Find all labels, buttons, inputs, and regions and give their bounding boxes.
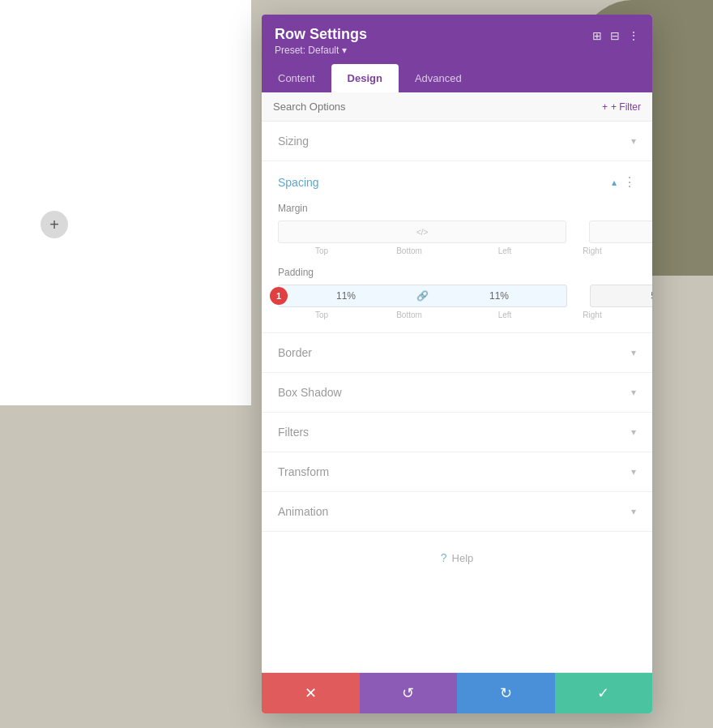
undo-button[interactable]: ↺ bbox=[360, 673, 458, 713]
padding-right-label: Right bbox=[549, 310, 636, 319]
padding-bottom-input[interactable] bbox=[432, 285, 566, 306]
box-shadow-section: Box Shadow ▾ bbox=[262, 373, 652, 413]
spacing-title: Spacing bbox=[278, 176, 319, 189]
padding-bottom-label: Bottom bbox=[365, 310, 453, 319]
margin-bottom-label: Bottom bbox=[365, 246, 453, 255]
animation-section-header[interactable]: Animation ▾ bbox=[262, 492, 652, 531]
margin-left-label: Left bbox=[461, 246, 549, 255]
more-options-icon[interactable]: ⋮ bbox=[628, 29, 639, 42]
save-icon: ✓ bbox=[597, 684, 609, 702]
padding-row-wrapper: 1 🔗 🔗 bbox=[278, 285, 636, 307]
box-shadow-chevron-icon: ▾ bbox=[631, 387, 636, 398]
margin-label: Margin bbox=[278, 203, 636, 214]
sizing-section-header[interactable]: Sizing ▾ bbox=[262, 122, 652, 161]
modal-title: Row Settings bbox=[275, 26, 367, 43]
spacing-section: Spacing ▴ ⋮ Margin </> bbox=[262, 161, 652, 333]
border-title: Border bbox=[278, 346, 312, 359]
border-section: Border ▾ bbox=[262, 333, 652, 373]
modal-body: Sizing ▾ Spacing ▴ ⋮ Margin bbox=[262, 122, 652, 672]
border-chevron-icon: ▾ bbox=[631, 347, 636, 358]
search-input[interactable] bbox=[273, 101, 602, 113]
sizing-section: Sizing ▾ bbox=[262, 122, 652, 161]
split-icon[interactable]: ⊟ bbox=[610, 29, 620, 42]
help-label[interactable]: Help bbox=[452, 552, 474, 564]
redo-button[interactable]: ↻ bbox=[457, 673, 555, 713]
row-settings-modal: Row Settings Preset: Default ▾ ⊞ ⊟ ⋮ Con… bbox=[262, 15, 652, 713]
step-badge: 1 bbox=[270, 287, 288, 305]
tab-advanced[interactable]: Advanced bbox=[399, 64, 478, 92]
filter-button[interactable]: + + Filter bbox=[602, 101, 641, 113]
transform-title: Transform bbox=[278, 465, 329, 478]
modal-header: Row Settings Preset: Default ▾ ⊞ ⊟ ⋮ bbox=[262, 15, 652, 64]
margin-top-input[interactable] bbox=[279, 221, 413, 242]
bg-white-panel bbox=[0, 0, 251, 405]
add-content-button[interactable]: + bbox=[41, 211, 68, 238]
padding-left-right-pair: 🔗 bbox=[590, 285, 652, 307]
plus-icon: + bbox=[49, 216, 59, 234]
sizing-chevron-icon: ▾ bbox=[631, 135, 636, 147]
padding-left-input[interactable] bbox=[591, 285, 652, 306]
sizing-title: Sizing bbox=[278, 135, 309, 148]
padding-input-row: 🔗 🔗 bbox=[278, 285, 636, 307]
help-icon: ? bbox=[441, 551, 447, 564]
margin-input-row: </> </> bbox=[278, 221, 636, 243]
tab-content[interactable]: Content bbox=[262, 64, 331, 92]
filters-section: Filters ▾ bbox=[262, 413, 652, 452]
padding-top-input[interactable] bbox=[279, 285, 413, 306]
spacing-more-icon[interactable]: ⋮ bbox=[623, 174, 636, 190]
margin-labels: Top Bottom Left Right bbox=[278, 246, 636, 255]
box-shadow-section-header[interactable]: Box Shadow ▾ bbox=[262, 373, 652, 412]
undo-icon: ↺ bbox=[402, 684, 414, 702]
padding-top-label: Top bbox=[278, 310, 365, 319]
transform-section: Transform ▾ bbox=[262, 452, 652, 492]
padding-top-bottom-pair: 🔗 bbox=[278, 285, 567, 307]
cancel-button[interactable]: ✕ bbox=[262, 673, 360, 713]
save-button[interactable]: ✓ bbox=[555, 673, 653, 713]
box-shadow-title: Box Shadow bbox=[278, 386, 342, 399]
border-section-header[interactable]: Border ▾ bbox=[262, 333, 652, 372]
filters-chevron-icon: ▾ bbox=[631, 426, 636, 438]
animation-chevron-icon: ▾ bbox=[631, 506, 636, 517]
modal-title-group: Row Settings Preset: Default ▾ bbox=[275, 26, 367, 56]
modal-preset[interactable]: Preset: Default ▾ bbox=[275, 45, 367, 56]
filters-section-header[interactable]: Filters ▾ bbox=[262, 413, 652, 452]
padding-label: Padding bbox=[278, 267, 636, 278]
search-bar: + + Filter bbox=[262, 92, 652, 122]
modal-footer: ✕ ↺ ↻ ✓ bbox=[262, 672, 652, 713]
margin-left-input[interactable] bbox=[590, 221, 652, 242]
margin-link-icon-left[interactable]: </> bbox=[415, 228, 429, 237]
transform-chevron-icon: ▾ bbox=[631, 466, 636, 477]
animation-section: Animation ▾ bbox=[262, 492, 652, 532]
spacing-header-icons: ▴ ⋮ bbox=[612, 174, 636, 190]
modal-header-icons: ⊞ ⊟ ⋮ bbox=[592, 26, 639, 42]
cancel-icon: ✕ bbox=[305, 684, 317, 702]
modal-tabs: Content Design Advanced bbox=[262, 64, 652, 92]
animation-title: Animation bbox=[278, 505, 328, 518]
margin-top-label: Top bbox=[278, 246, 365, 255]
spacing-content: Margin </> </> bbox=[262, 203, 652, 332]
expand-icon[interactable]: ⊞ bbox=[592, 29, 602, 42]
padding-left-label: Left bbox=[461, 310, 549, 319]
margin-right-label: Right bbox=[549, 246, 636, 255]
transform-section-header[interactable]: Transform ▾ bbox=[262, 452, 652, 491]
filter-plus-icon: + bbox=[602, 101, 608, 113]
spacing-collapse-icon[interactable]: ▴ bbox=[612, 177, 617, 188]
padding-labels: Top Bottom Left Right bbox=[278, 310, 636, 319]
help-section: ? Help bbox=[262, 532, 652, 584]
padding-group: Padding 1 🔗 bbox=[278, 267, 636, 319]
margin-bottom-input[interactable] bbox=[431, 221, 566, 242]
tab-design[interactable]: Design bbox=[331, 64, 399, 92]
padding-link-icon-left[interactable]: 🔗 bbox=[413, 290, 432, 302]
filters-title: Filters bbox=[278, 426, 309, 439]
spacing-section-header[interactable]: Spacing ▴ ⋮ bbox=[262, 161, 652, 203]
redo-icon: ↻ bbox=[500, 684, 512, 702]
